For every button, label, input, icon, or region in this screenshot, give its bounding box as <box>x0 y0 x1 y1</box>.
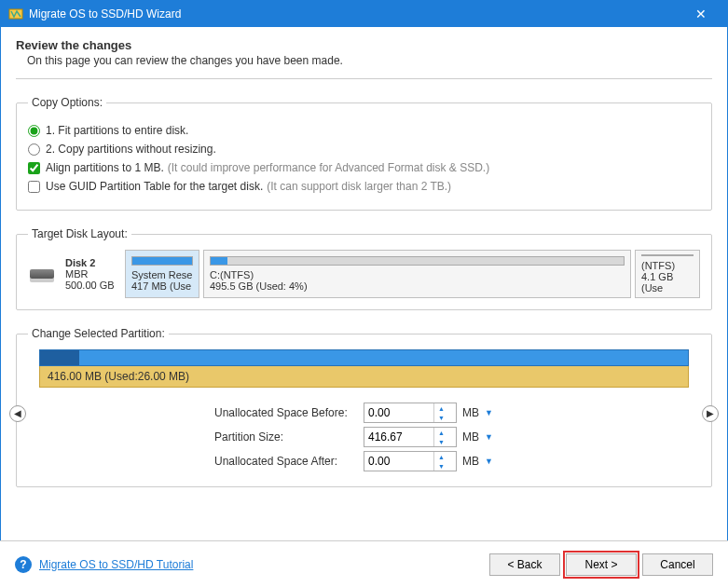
partition-label: System Rese <box>131 269 193 280</box>
guid-partition-hint: (It can support disk larger than 2 TB.) <box>267 180 451 193</box>
align-partitions-option[interactable]: Align partitions to 1 MB. (It could impr… <box>28 161 700 174</box>
prev-partition-button[interactable]: ◀ <box>9 405 26 422</box>
unalloc-before-input[interactable] <box>364 403 433 422</box>
unit-label: MB <box>462 455 479 468</box>
unalloc-after-spinner[interactable]: ▲▼ <box>364 451 457 471</box>
partition-size-label: Partition Size: <box>214 430 364 444</box>
partition-label: (NTFS) <box>641 260 694 271</box>
spin-down-icon[interactable]: ▼ <box>434 461 448 471</box>
partition-detail: 417 MB (Use <box>131 280 193 292</box>
align-partitions-label: Align partitions to 1 MB. <box>46 161 164 174</box>
copy-no-resize-option[interactable]: 2. Copy partitions without resizing. <box>28 143 700 156</box>
unalloc-before-spinner[interactable]: ▲▼ <box>364 403 457 423</box>
spin-up-icon[interactable]: ▲ <box>434 403 448 413</box>
disk-info: Disk 2 MBR 500.00 GB <box>60 250 121 298</box>
cancel-button[interactable]: Cancel <box>642 553 713 576</box>
copy-options-legend: Copy Options: <box>28 96 106 109</box>
partition-size-row: Partition Size: ▲▼ MB ▼ <box>28 427 700 447</box>
guid-partition-option[interactable]: Use GUID Partition Table for the target … <box>28 180 700 193</box>
partition-bar[interactable] <box>39 349 689 366</box>
guid-partition-label: Use GUID Partition Table for the target … <box>46 180 263 193</box>
partition-detail: 4.1 GB (Use <box>641 271 694 294</box>
spin-down-icon[interactable]: ▼ <box>434 413 448 422</box>
titlebar: Migrate OS to SSD/HD Wizard ✕ <box>1 1 727 27</box>
copy-no-resize-radio[interactable] <box>28 143 40 156</box>
fit-partitions-option[interactable]: 1. Fit partitions to entire disk. <box>28 124 700 137</box>
align-partitions-hint: (It could improve performance for Advanc… <box>168 161 489 174</box>
partition-system-reserved[interactable]: System Rese 417 MB (Use <box>125 250 199 298</box>
partition-size-spinner[interactable]: ▲▼ <box>364 427 457 447</box>
unit-label: MB <box>462 430 479 444</box>
disk-name: Disk 2 <box>65 257 116 268</box>
next-partition-button[interactable]: ▶ <box>702 405 719 422</box>
unit-dropdown-icon[interactable]: ▼ <box>483 430 495 444</box>
disk-icon <box>30 269 54 279</box>
help-icon[interactable]: ? <box>15 556 32 573</box>
partition-size-input[interactable] <box>364 428 433 446</box>
align-partitions-checkbox[interactable] <box>28 162 40 174</box>
unalloc-before-row: Unallocated Space Before: ▲▼ MB ▼ <box>28 403 700 423</box>
unalloc-after-row: Unallocated Space After: ▲▼ MB ▼ <box>28 451 700 471</box>
partition-params: Unallocated Space Before: ▲▼ MB ▼ Partit… <box>28 403 700 471</box>
partition-ntfs[interactable]: (NTFS) 4.1 GB (Use <box>635 250 700 298</box>
change-selected-partition-group: Change Selected Partition: ◀ ▶ 416.00 MB… <box>16 327 712 487</box>
close-icon[interactable]: ✕ <box>682 7 720 21</box>
footer: ? Migrate OS to SSD/HD Tutorial < Back N… <box>0 540 728 587</box>
disk-scheme: MBR <box>65 268 116 280</box>
copy-options-group: Copy Options: 1. Fit partitions to entir… <box>16 96 712 211</box>
spin-down-icon[interactable]: ▼ <box>434 437 448 446</box>
guid-partition-checkbox[interactable] <box>28 181 40 193</box>
tutorial-link[interactable]: Migrate OS to SSD/HD Tutorial <box>39 558 193 571</box>
spin-up-icon[interactable]: ▲ <box>434 452 448 461</box>
disk-size: 500.00 GB <box>65 280 116 291</box>
selected-partition-info: 416.00 MB (Used:26.00 MB) <box>39 366 689 388</box>
content-area: Review the changes On this page you can … <box>1 27 727 513</box>
divider <box>16 78 712 79</box>
target-disk-layout-group: Target Disk Layout: Disk 2 MBR 500.00 GB… <box>16 227 712 310</box>
unit-dropdown-icon[interactable]: ▼ <box>483 406 495 419</box>
unit-label: MB <box>462 406 479 419</box>
app-icon <box>8 7 23 21</box>
page-subtitle: On this page you can review the changes … <box>27 54 712 67</box>
partition-detail: 495.5 GB (Used: 4%) <box>210 280 625 292</box>
target-disk-layout-legend: Target Disk Layout: <box>28 227 131 240</box>
back-button[interactable]: < Back <box>489 553 560 576</box>
unalloc-before-label: Unallocated Space Before: <box>214 406 364 419</box>
unalloc-after-input[interactable] <box>364 452 433 471</box>
unit-dropdown-icon[interactable]: ▼ <box>483 455 495 468</box>
partition-c-drive[interactable]: C:(NTFS) 495.5 GB (Used: 4%) <box>203 250 631 298</box>
copy-no-resize-label: 2. Copy partitions without resizing. <box>46 143 216 156</box>
selected-partition-slider[interactable]: 416.00 MB (Used:26.00 MB) <box>39 349 689 388</box>
page-title: Review the changes <box>16 38 712 52</box>
change-selected-partition-legend: Change Selected Partition: <box>28 327 169 340</box>
partition-label: C:(NTFS) <box>210 269 625 280</box>
fit-partitions-radio[interactable] <box>28 125 40 137</box>
fit-partitions-label: 1. Fit partitions to entire disk. <box>46 124 188 137</box>
spin-up-icon[interactable]: ▲ <box>434 428 448 437</box>
disk-icon-wrap <box>28 250 56 298</box>
unalloc-after-label: Unallocated Space After: <box>214 455 364 468</box>
window-title: Migrate OS to SSD/HD Wizard <box>29 7 682 20</box>
next-button[interactable]: Next > <box>566 553 637 576</box>
